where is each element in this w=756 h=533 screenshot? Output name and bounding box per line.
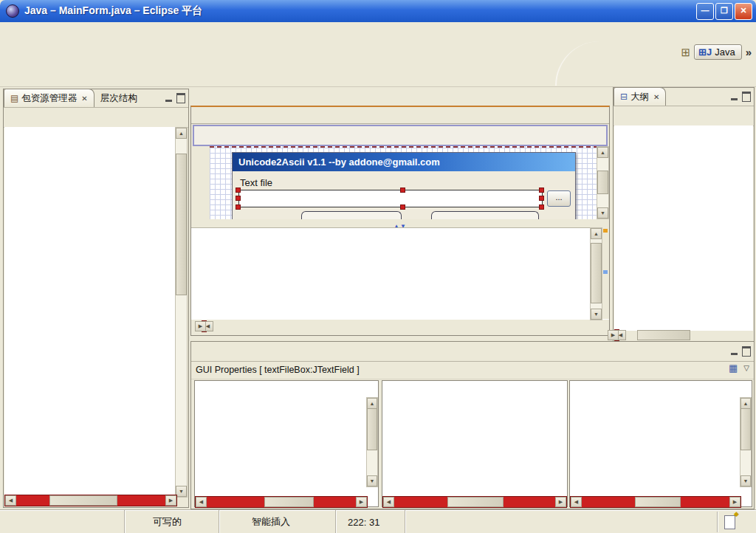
scroll-up-icon[interactable]: ▲: [591, 228, 602, 239]
scroll-down-icon[interactable]: ▼: [591, 309, 602, 320]
scroll-down-icon[interactable]: ▼: [740, 475, 751, 486]
scroll-left-icon[interactable]: ◀: [5, 495, 16, 506]
overview-mark[interactable]: [603, 229, 608, 233]
main-toolbar: ⊞ ⊞J Java »: [0, 41, 756, 87]
scroll-down-icon[interactable]: ▼: [597, 207, 608, 219]
view-menu-icon[interactable]: ▽: [743, 364, 749, 372]
form-button-partial[interactable]: [301, 211, 402, 219]
scroll-up-icon[interactable]: ▲: [597, 147, 608, 158]
selection-handle[interactable]: [400, 188, 405, 193]
view-maximize-icon[interactable]: [742, 346, 751, 357]
outline-list: [614, 125, 753, 331]
close-icon[interactable]: ✕: [81, 94, 87, 103]
show-categories-icon[interactable]: ▦: [729, 362, 738, 374]
scroll-right-icon[interactable]: ▶: [608, 330, 619, 340]
package-explorer-tree: [4, 127, 176, 496]
editor-area: Unicode2Ascii v1.1 --by addone@gmail.com…: [190, 87, 610, 336]
selection-handle[interactable]: [539, 204, 544, 210]
tab-package-explorer[interactable]: ▤ 包资源管理器 ✕: [4, 89, 94, 107]
selection-handle[interactable]: [539, 196, 544, 201]
scroll-right-icon[interactable]: ▶: [195, 321, 206, 331]
package-explorer-icon: ▤: [10, 93, 18, 103]
properties-hscrollbar[interactable]: ◀ ▶: [195, 496, 368, 508]
package-explorer-vscrollbar[interactable]: ▲ ▼: [175, 127, 188, 498]
layout-table: [382, 380, 568, 507]
close-button[interactable]: ✕: [735, 3, 752, 20]
scroll-thumb[interactable]: [447, 497, 504, 507]
scroll-thumb[interactable]: [637, 330, 690, 340]
scroll-thumb[interactable]: [264, 497, 314, 507]
selection-handle[interactable]: [539, 188, 544, 193]
scroll-thumb[interactable]: [176, 154, 187, 295]
scroll-left-icon[interactable]: ◀: [571, 497, 582, 507]
scroll-thumb[interactable]: [591, 243, 602, 303]
tab-hierarchy[interactable]: 层次结构: [94, 89, 143, 107]
overview-mark[interactable]: [603, 270, 608, 274]
minimize-button[interactable]: —: [696, 3, 714, 20]
title-bar: Java – MainForm.java – Eclipse 平台 — ❐ ✕: [0, 0, 756, 22]
scroll-down-icon[interactable]: ▼: [367, 475, 377, 486]
open-perspective-icon[interactable]: ⊞: [681, 46, 690, 59]
selection-handle[interactable]: [400, 204, 405, 210]
progress-task-icon[interactable]: [724, 515, 735, 529]
events-vscrollbar[interactable]: ▲ ▼: [740, 397, 752, 487]
form-title-bar: Unicode2Ascii v1.1 --by addone@gmail.com: [233, 153, 575, 171]
events-table: [569, 380, 752, 507]
maximize-button[interactable]: ❐: [715, 3, 733, 20]
window-title: Java – MainForm.java – Eclipse 平台: [24, 4, 202, 18]
gui-designer: Unicode2Ascii v1.1 --by addone@gmail.com…: [191, 146, 609, 219]
properties-table: [194, 380, 379, 507]
layout-hscrollbar[interactable]: ◀ ▶: [382, 496, 567, 508]
properties-vscrollbar[interactable]: ▲ ▼: [366, 397, 378, 487]
designer-canvas[interactable]: Unicode2Ascii v1.1 --by addone@gmail.com…: [210, 146, 598, 219]
gui-properties-header: GUI Properties [ textFileBox:JTextField …: [196, 365, 360, 375]
code-hscrollbar[interactable]: ◀ ▶: [202, 320, 207, 332]
java-perspective-button[interactable]: ⊞J Java: [694, 44, 742, 60]
scroll-thumb[interactable]: [367, 408, 377, 450]
scroll-thumb[interactable]: [49, 495, 117, 506]
eclipse-window: { "titlebar": {"title": "Java – MainForm…: [0, 0, 756, 533]
view-minimize-icon[interactable]: [165, 100, 172, 102]
scroll-thumb[interactable]: [597, 171, 608, 194]
designer-vscrollbar[interactable]: ▲ ▼: [597, 146, 609, 219]
code-editor[interactable]: [191, 227, 609, 320]
events-hscrollbar[interactable]: ◀ ▶: [570, 496, 741, 508]
status-divider: [717, 512, 718, 532]
editor-sash[interactable]: ▲▼: [191, 219, 609, 227]
outline-hscrollbar[interactable]: ◀ ▶: [614, 329, 619, 341]
outline-icon: ⊟: [620, 92, 628, 102]
form-button-partial[interactable]: [431, 211, 539, 219]
scroll-down-icon[interactable]: ▼: [176, 486, 187, 497]
component-palette: [193, 125, 608, 146]
scroll-right-icon[interactable]: ▶: [165, 495, 176, 506]
scroll-up-icon[interactable]: ▲: [367, 398, 377, 409]
overview-ruler[interactable]: [602, 227, 609, 319]
scroll-left-icon[interactable]: ◀: [196, 497, 207, 507]
perspective-chevron[interactable]: »: [746, 46, 752, 58]
form-browse-button[interactable]: ...: [547, 190, 571, 207]
selection-handle[interactable]: [236, 188, 241, 193]
selection-handle[interactable]: [236, 204, 241, 210]
scroll-right-icon[interactable]: ▶: [729, 497, 740, 507]
menu-bar: [0, 22, 756, 41]
tab-outline[interactable]: ⊟ 大纲 ✕: [614, 87, 666, 106]
scroll-up-icon[interactable]: ▲: [176, 128, 187, 139]
scroll-right-icon[interactable]: ▶: [356, 497, 367, 507]
scroll-thumb[interactable]: [740, 408, 751, 450]
view-maximize-icon[interactable]: [176, 93, 185, 103]
form-text-field[interactable]: [238, 190, 543, 207]
package-explorer-hscrollbar[interactable]: ◀ ▶: [4, 495, 177, 506]
view-minimize-icon[interactable]: [731, 98, 738, 100]
designed-form[interactable]: Unicode2Ascii v1.1 --by addone@gmail.com…: [232, 152, 576, 219]
scroll-thumb[interactable]: [635, 497, 681, 507]
outline-view: ⊟ 大纲 ✕ ◀ ▶: [613, 87, 755, 343]
view-maximize-icon[interactable]: [742, 92, 751, 102]
selection-handle[interactable]: [236, 196, 241, 201]
close-icon[interactable]: ✕: [653, 93, 659, 101]
form-label-text-file[interactable]: Text file: [240, 177, 272, 188]
view-minimize-icon[interactable]: [731, 353, 738, 355]
scroll-up-icon[interactable]: ▲: [740, 398, 751, 409]
scroll-right-icon[interactable]: ▶: [555, 497, 566, 507]
code-vscrollbar[interactable]: ▲ ▼: [590, 227, 602, 320]
scroll-left-icon[interactable]: ◀: [383, 497, 394, 507]
